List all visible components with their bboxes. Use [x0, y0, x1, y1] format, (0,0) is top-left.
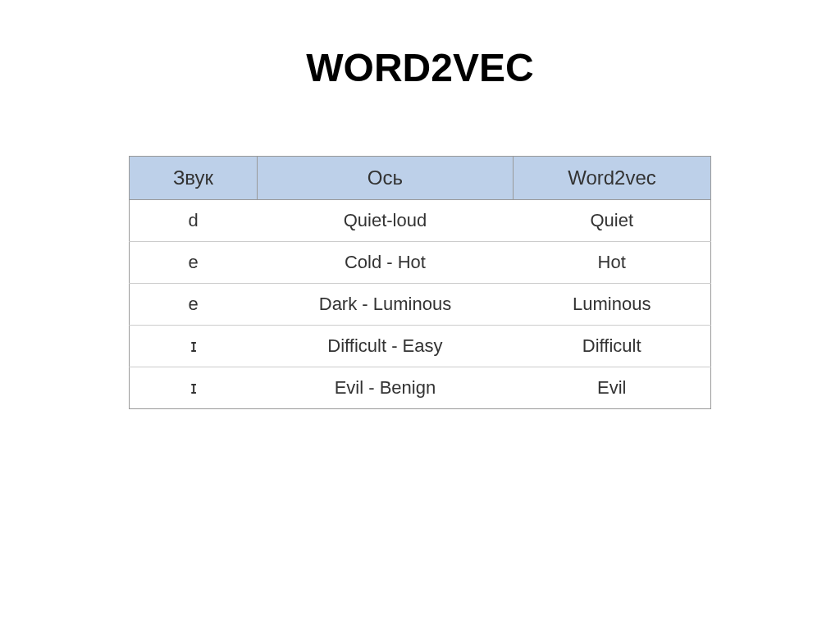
cell-word2vec: Luminous [513, 284, 710, 326]
cell-axis: Quiet-loud [257, 200, 513, 242]
cell-word2vec: Difficult [513, 326, 710, 367]
word2vec-table: Звук Ось Word2vec d Quiet-loud Quiet e C… [129, 156, 711, 409]
cell-word2vec: Evil [513, 367, 710, 409]
table-header-row: Звук Ось Word2vec [130, 157, 711, 200]
cell-axis: Evil - Benign [257, 367, 513, 409]
cell-word2vec: Quiet [513, 200, 710, 242]
cell-sound: e [130, 242, 258, 284]
cell-sound: ɪ [130, 326, 258, 367]
cell-axis: Difficult - Easy [257, 326, 513, 367]
header-axis: Ось [257, 157, 513, 200]
table-row: e Cold - Hot Hot [130, 242, 711, 284]
table-row: ɪ Difficult - Easy Difficult [130, 326, 711, 367]
table-container: Звук Ось Word2vec d Quiet-loud Quiet e C… [0, 156, 840, 409]
slide: WORD2VEC Звук Ось Word2vec d Quiet-loud … [0, 0, 840, 629]
cell-sound: ɪ [130, 367, 258, 409]
page-title: WORD2VEC [0, 45, 840, 90]
table-row: ɪ Evil - Benign Evil [130, 367, 711, 409]
header-word2vec: Word2vec [513, 157, 710, 200]
cell-sound: e [130, 284, 258, 326]
table-row: e Dark - Luminous Luminous [130, 284, 711, 326]
cell-axis: Dark - Luminous [257, 284, 513, 326]
table-row: d Quiet-loud Quiet [130, 200, 711, 242]
cell-axis: Cold - Hot [257, 242, 513, 284]
cell-sound: d [130, 200, 258, 242]
header-sound: Звук [130, 157, 258, 200]
cell-word2vec: Hot [513, 242, 710, 284]
